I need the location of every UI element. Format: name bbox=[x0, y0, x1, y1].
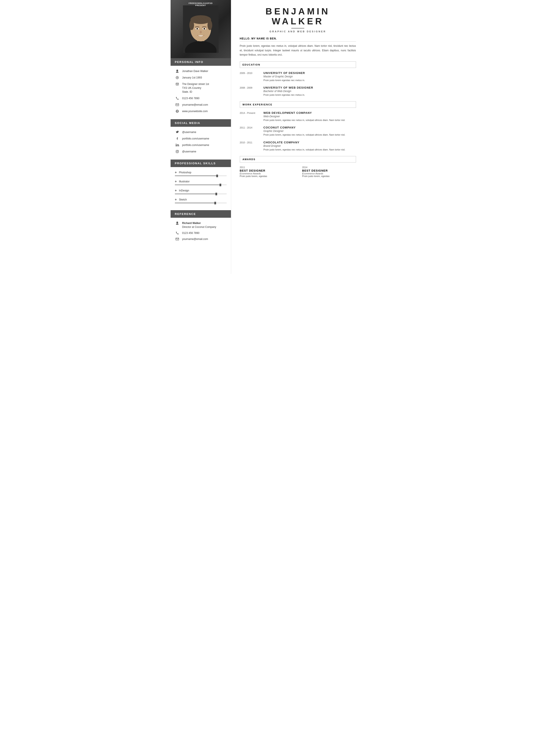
intro-text: Proin justo lorem, egestas nec metus in,… bbox=[240, 44, 356, 57]
personal-birthday-item: January 1st 1993 bbox=[175, 76, 227, 80]
work-desc-1: Proin justo lorem, egestas nec netus in,… bbox=[264, 133, 356, 137]
work-details-2: CHOCOLATE COMPANY Brand Drsigner Proin j… bbox=[264, 141, 356, 152]
work-company-2: CHOCOLATE COMPANY bbox=[264, 141, 356, 144]
skill-sketch-bar bbox=[175, 202, 227, 203]
edu-details-0: UNIVERSITY OF DESIGNER Master of Graphic… bbox=[264, 71, 356, 82]
skill-illustrator-fill bbox=[175, 184, 220, 185]
ref-name-item: Richard Walker Director at Coconut Compa… bbox=[175, 221, 227, 229]
ref-email-text: yourname@email.com bbox=[182, 237, 208, 241]
award-title-1: BEST DESIGNER bbox=[302, 169, 356, 172]
skill-indesign-fill bbox=[175, 194, 216, 194]
award-item-0: 2011 BEST DESIGNER Ecommerce Awards Proi… bbox=[240, 166, 294, 177]
twitter-icon bbox=[175, 130, 180, 134]
awards-section: AWARDS 2011 BEST DESIGNER Ecommerce Awar… bbox=[240, 156, 356, 177]
edu-entry-0: 2009 - 2010 UNIVERSITY OF DESIGNER Maste… bbox=[240, 71, 356, 82]
skill-photoshop: + Photoshop bbox=[175, 171, 227, 176]
skill-plus-icon: + bbox=[175, 171, 177, 175]
work-entry-2: 2010 - 2011 CHOCOLATE COMPANY Brand Drsi… bbox=[240, 141, 356, 152]
svg-point-30 bbox=[177, 151, 178, 152]
facebook-icon bbox=[175, 137, 180, 140]
svg-point-13 bbox=[176, 69, 178, 71]
personal-address-text: The Designer street 1stTXS UK.CountrySta… bbox=[182, 82, 209, 94]
edu-entry-1: 2008 - 2009 UNIVERSITY OF WEB DESIGNER B… bbox=[240, 86, 356, 97]
work-company-0: WEB DEVELOPMENT COMPANY bbox=[264, 111, 356, 115]
award-desc-0: Proin justo lorem, egestas bbox=[240, 175, 294, 177]
skill-sketch: + Sketch bbox=[175, 198, 227, 203]
award-org-0: Ecommerce Awards bbox=[240, 172, 294, 175]
edu-date-1: 2008 - 2009 bbox=[240, 86, 259, 97]
ref-email-item: yourname@email.com bbox=[175, 237, 227, 241]
personal-phone-item: 0123 456 7890 bbox=[175, 96, 227, 100]
personal-email-text: yourname@email.com bbox=[182, 103, 208, 107]
work-role-0: Web-Designer bbox=[264, 115, 356, 118]
award-org-1: Ecommerce Awards bbox=[302, 172, 356, 175]
intro-section: HELLO. MY NAME IS BEN. Proin justo lorem… bbox=[240, 37, 356, 57]
skill-sketch-label: Sketch bbox=[179, 198, 187, 201]
personal-phone-text: 0123 456 7890 bbox=[182, 96, 199, 100]
education-title: EDUCATION bbox=[240, 62, 356, 68]
work-role-2: Brand Drsigner bbox=[264, 145, 356, 148]
work-role-1: Graphic Designer bbox=[264, 129, 356, 133]
ref-name-text: Richard Walker Director at Coconut Compa… bbox=[182, 221, 216, 229]
edu-desc-1: Proin justo lorem egestas nec metus in. bbox=[264, 93, 356, 97]
edu-company-0: UNIVERSITY OF DESIGNER bbox=[264, 71, 356, 75]
svg-point-32 bbox=[176, 222, 178, 223]
work-title: WORK EXPERIENCE bbox=[240, 101, 356, 108]
skill-photoshop-bar bbox=[175, 176, 227, 176]
skill-indesign-label: InDesign bbox=[179, 189, 189, 192]
edu-role-0: Master of Graphic Design bbox=[264, 75, 356, 78]
personal-website-text: www.yourwebsite.com bbox=[182, 109, 208, 113]
personal-birthday-text: January 1st 1993 bbox=[182, 76, 202, 80]
skill-indesign-bar bbox=[175, 194, 227, 194]
work-desc-0: Proin justo lorem, egestas nec netus in,… bbox=[264, 118, 356, 122]
svg-point-19 bbox=[177, 77, 178, 78]
edu-desc-0: Proin justo lorem egestas nec metus in. bbox=[264, 78, 356, 82]
skill-illustrator-label: Illustrator bbox=[179, 180, 189, 183]
award-year-1: 2014 bbox=[302, 166, 356, 169]
email-icon bbox=[175, 103, 180, 106]
ref-person-icon bbox=[175, 221, 180, 225]
work-details-0: WEB DEVELOPMENT COMPANY Web-Designer Pro… bbox=[264, 111, 356, 122]
intro-greeting: HELLO. MY NAME IS BEN. bbox=[240, 37, 356, 41]
personal-address-item: The Designer street 1stTXS UK.CountrySta… bbox=[175, 82, 227, 94]
skill-illustrator: + Illustrator bbox=[175, 179, 227, 185]
social-facebook-text: portfolio.com/username bbox=[182, 137, 209, 141]
svg-rect-21 bbox=[177, 84, 178, 85]
skills-header: PROFESSIONAL SKILLS bbox=[171, 159, 231, 167]
instagram-icon bbox=[175, 150, 180, 153]
work-entry-0: 2014 - Present WEB DEVELOPMENT COMPANY W… bbox=[240, 111, 356, 122]
svg-point-28 bbox=[176, 144, 176, 144]
personal-info-header: PERSONAL INFO bbox=[171, 58, 231, 66]
skill-photoshop-fill bbox=[175, 176, 217, 176]
linkedin-icon bbox=[175, 143, 180, 147]
full-name: BENJAMIN WALKER bbox=[240, 7, 356, 26]
work-details-1: COCONUT COMPANY Graphic Designer Proin j… bbox=[264, 126, 356, 137]
personal-name-item: Jonathan Dave Walker bbox=[175, 69, 227, 73]
work-entry-1: 2011 - 2014 COCONUT COMPANY Graphic Desi… bbox=[240, 126, 356, 137]
social-instagram-text: @username bbox=[182, 149, 196, 153]
skill-sketch-marker bbox=[214, 202, 216, 204]
personal-website-item: www.yourwebsite.com bbox=[175, 109, 227, 113]
social-facebook-item: portfolio.com/username bbox=[175, 137, 227, 141]
watermark: FREEDOWNLOADPSD PRESENT bbox=[171, 2, 231, 7]
main-content: BENJAMIN WALKER GRAPHIC AND WEB DESIGNER… bbox=[231, 0, 365, 274]
personal-email-item: yourname@email.com bbox=[175, 103, 227, 107]
skill-indesign-marker bbox=[215, 193, 217, 195]
awards-title: AWARDS bbox=[240, 156, 356, 163]
edu-role-1: Bachelor of Web Design bbox=[264, 90, 356, 93]
work-date-1: 2011 - 2014 bbox=[240, 126, 259, 137]
reference-content: Richard Walker Director at Coconut Compa… bbox=[171, 218, 231, 247]
social-media-header: SOCIAL MEDIA bbox=[171, 119, 231, 127]
skills-content: + Photoshop + Illustrator bbox=[171, 167, 231, 210]
edu-company-1: UNIVERSITY OF WEB DESIGNER bbox=[264, 86, 356, 89]
award-year-0: 2011 bbox=[240, 166, 294, 169]
social-linkedin-text: portfolio.com/username bbox=[182, 143, 209, 147]
edu-date-0: 2009 - 2010 bbox=[240, 71, 259, 82]
name-divider bbox=[291, 28, 304, 28]
ref-phone-item: 0123 456 7890 bbox=[175, 231, 227, 235]
person-icon bbox=[175, 69, 180, 73]
ref-email-icon bbox=[175, 237, 180, 241]
social-media-content: @username portfolio.com/username bbox=[171, 127, 231, 159]
resume-wrapper: FREEDOWNLOADPSD PRESENT bbox=[171, 0, 365, 274]
svg-rect-27 bbox=[176, 145, 176, 147]
